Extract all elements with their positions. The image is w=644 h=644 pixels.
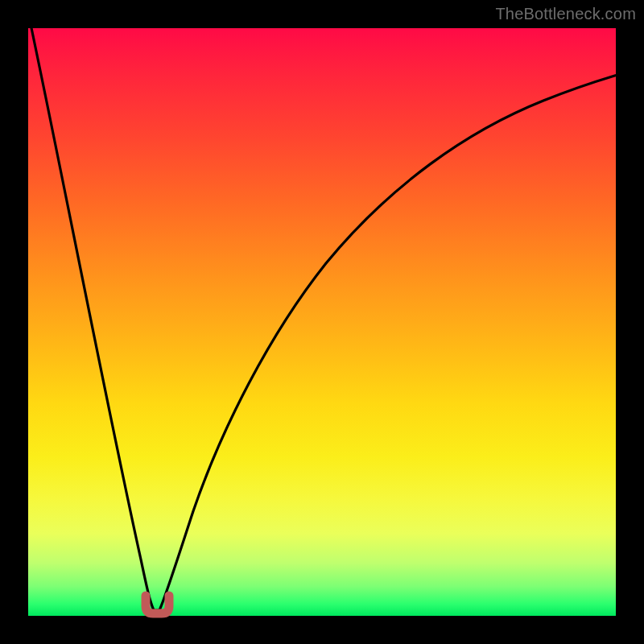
chart-frame: TheBottleneck.com xyxy=(0,0,644,644)
watermark-text: TheBottleneck.com xyxy=(495,5,636,23)
curve-layer xyxy=(28,28,616,616)
plot-area xyxy=(28,28,616,616)
bottleneck-curve xyxy=(31,24,617,610)
minimum-marker xyxy=(146,596,169,613)
